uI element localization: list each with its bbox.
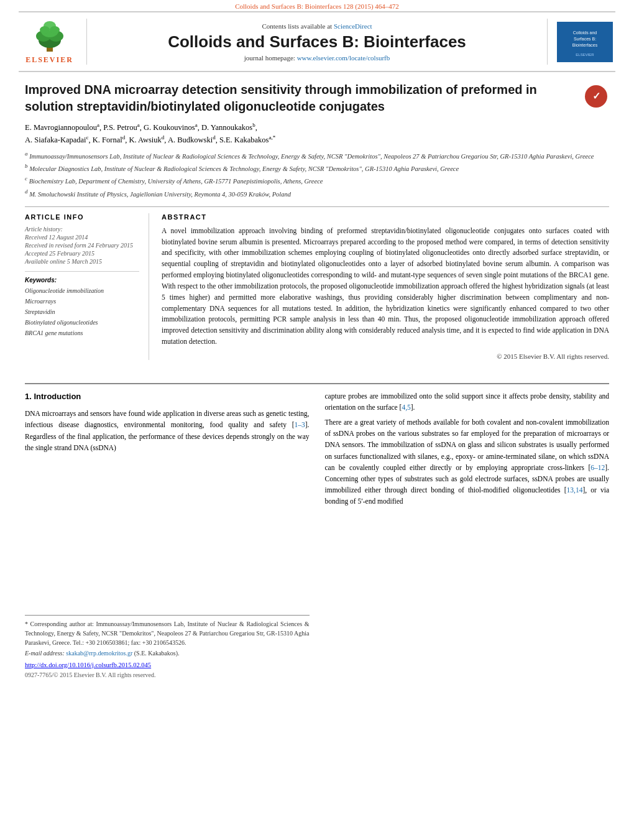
elsevier-tree-icon <box>28 19 71 53</box>
page-container: Colloids and Surfaces B: Biointerfaces 1… <box>0 0 634 840</box>
svg-text:Colloids and: Colloids and <box>572 30 597 35</box>
journal-title-area: Contents lists available at ScienceDirec… <box>93 19 541 65</box>
affiliation-d: d M. Smoluchowski Institute of Physics, … <box>25 188 609 199</box>
affiliation-c: c Biochemistry Lab, Department of Chemis… <box>25 175 609 186</box>
abstract-heading: ABSTRACT <box>162 213 609 221</box>
article-title: Improved DNA microarray detection sensit… <box>25 81 578 115</box>
abstract-text: A novel immobilization approach involvin… <box>162 226 609 348</box>
elsevier-label: ELSEVIER <box>25 55 73 65</box>
body-content: 1. Introduction DNA microarrays and sens… <box>0 390 634 681</box>
doi-line: http://dx.doi.org/10.1016/j.colsurfb.201… <box>25 660 310 671</box>
svg-point-7 <box>50 26 60 34</box>
email-link[interactable]: skakab@rrp.demokritos.gr <box>66 650 132 657</box>
section1-left-text: DNA microarrays and sensors have found w… <box>25 408 310 453</box>
elsevier-logo: ELSEVIER <box>19 19 87 65</box>
license-line: 0927-7765/© 2015 Elsevier B.V. All right… <box>25 670 310 680</box>
body-left-col: 1. Introduction DNA microarrays and sens… <box>25 390 310 681</box>
keyword-2: Microarrays <box>25 297 139 307</box>
separator <box>25 383 609 384</box>
svg-text:Biointerfaces: Biointerfaces <box>572 43 597 47</box>
top-bar: Colloids and Surfaces B: Biointerfaces 1… <box>0 0 634 11</box>
keyword-5: BRCA1 gene mutations <box>25 328 139 338</box>
journal-homepage: journal homepage: www.elsevier.com/locat… <box>93 54 541 62</box>
section1-right-text: capture probes are immobilized onto the … <box>325 390 610 507</box>
keywords-list: Oligonucleotide immobilization Microarra… <box>25 286 139 338</box>
journal-logo-right: Colloids and Surfaces B: Biointerfaces E… <box>547 19 615 65</box>
journal-issue-info: Colloids and Surfaces B: Biointerfaces 1… <box>235 2 399 10</box>
two-col-body: 1. Introduction DNA microarrays and sens… <box>25 390 609 681</box>
accepted-date: Accepted 25 February 2015 <box>25 250 139 257</box>
authors: E. Mavrogiannopouloua, P.S. Petroua, G. … <box>25 121 609 146</box>
contents-link: Contents lists available at ScienceDirec… <box>93 22 541 30</box>
article-info-heading: ARTICLE INFO <box>25 213 139 221</box>
author-mavrogiannopoulou: E. Mavrogiannopouloua, P.S. Petroua, G. … <box>25 123 257 132</box>
affiliation-a: a Immunoassay/Immunosensors Lab, Institu… <box>25 150 609 161</box>
svg-point-6 <box>40 26 50 34</box>
article-content: Improved DNA microarray detection sensit… <box>0 72 634 377</box>
available-online-date: Available online 5 March 2015 <box>25 258 139 265</box>
keyword-4: Biotinylated oligonucleotides <box>25 318 139 328</box>
keywords-section: Keywords: Oligonucleotide immobilization… <box>25 277 139 338</box>
received-revised-date: Received in revised form 24 February 201… <box>25 242 139 249</box>
svg-text:Surfaces B:: Surfaces B: <box>573 37 595 41</box>
crossmark[interactable]: ✓ <box>584 85 609 111</box>
crossmark-icon: ✓ <box>584 85 608 108</box>
section1-title: 1. Introduction <box>25 390 310 404</box>
author-siafaka: A. Siafaka-Kapadaic, K. Fornald, K. Awsi… <box>25 136 275 144</box>
journal-header: ELSEVIER Contents lists available at Sci… <box>19 11 615 72</box>
intro-paragraph-right-2: There are a great variety of methods ava… <box>325 417 610 507</box>
keyword-3: Streptavidin <box>25 307 139 317</box>
journal-name: Colloids and Surfaces B: Biointerfaces <box>93 32 541 52</box>
footnote-email: E-mail address: skakab@rrp.demokritos.gr… <box>25 648 310 658</box>
body-right-col: capture probes are immobilized onto the … <box>325 390 610 681</box>
keywords-heading: Keywords: <box>25 277 139 284</box>
keyword-1: Oligonucleotide immobilization <box>25 286 139 296</box>
copyright: © 2015 Elsevier B.V. All rights reserved… <box>162 353 609 360</box>
article-info-col: ARTICLE INFO Article history: Received 1… <box>25 213 149 360</box>
footnote-area-left: * Corresponding author at: Immunoassay/I… <box>25 615 310 680</box>
footnote-area: * Corresponding author at: Immunoassay/I… <box>25 615 310 658</box>
journal-logo-image: Colloids and Surfaces B: Biointerfaces E… <box>557 22 613 62</box>
affiliation-b: b Molecular Diagnostics Lab, Institute o… <box>25 162 609 173</box>
article-info-abstract: ARTICLE INFO Article history: Received 1… <box>25 206 609 360</box>
intro-paragraph-right-1: capture probes are immobilized onto the … <box>325 390 610 413</box>
article-history-label: Article history: <box>25 226 139 233</box>
footnote-star: * Corresponding author at: Immunoassay/I… <box>25 619 310 647</box>
svg-text:✓: ✓ <box>592 91 600 101</box>
doi-link[interactable]: http://dx.doi.org/10.1016/j.colsurfb.201… <box>25 662 151 668</box>
article-title-section: Improved DNA microarray detection sensit… <box>25 81 609 115</box>
abstract-col: ABSTRACT A novel immobilization approach… <box>162 213 609 360</box>
svg-text:ELSEVIER: ELSEVIER <box>576 53 594 57</box>
received-date: Received 12 August 2014 <box>25 234 139 241</box>
article-history: Article history: Received 12 August 2014… <box>25 226 139 265</box>
homepage-link[interactable]: www.elsevier.com/locate/colsurfb <box>297 54 390 62</box>
affiliations: a Immunoassay/Immunosensors Lab, Institu… <box>25 150 609 199</box>
intro-paragraph-left: DNA microarrays and sensors have found w… <box>25 408 310 453</box>
sciencedirect-link[interactable]: ScienceDirect <box>334 22 372 30</box>
